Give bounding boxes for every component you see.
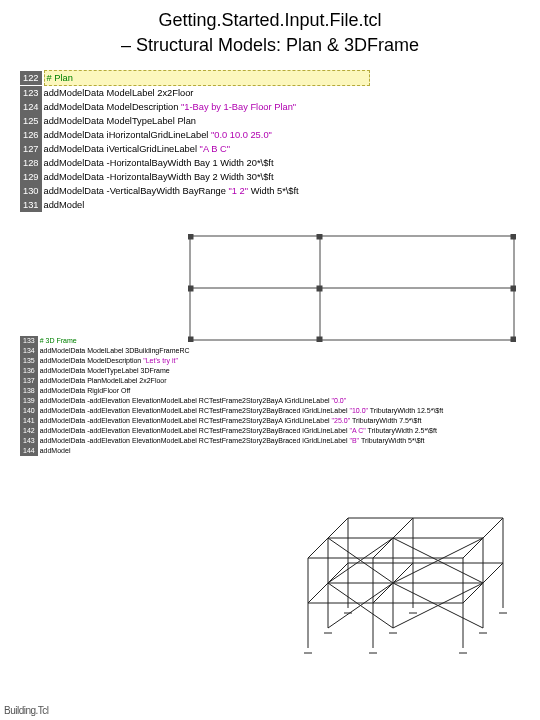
svg-rect-10 bbox=[317, 337, 322, 342]
code-line: 136addModelData ModelTypeLabel 3DFrame bbox=[20, 366, 540, 376]
code-line: 140addModelData -addElevation ElevationM… bbox=[20, 406, 540, 416]
code-line: 124addModelData ModelDescription "1-Bay … bbox=[20, 100, 540, 114]
slide-title: Getting.Started.Input.File.tcl bbox=[20, 10, 520, 31]
code-line: 141addModelData -addElevation ElevationM… bbox=[20, 416, 540, 426]
svg-rect-8 bbox=[511, 286, 516, 291]
code-line: 144addModel bbox=[20, 446, 540, 456]
code-line: 131addModel bbox=[20, 198, 540, 212]
line-number: 127 bbox=[20, 142, 42, 156]
code-line: 135addModelData ModelDescription "Let's … bbox=[20, 356, 540, 366]
line-number: 124 bbox=[20, 100, 42, 114]
line-number: 129 bbox=[20, 170, 42, 184]
svg-rect-6 bbox=[188, 286, 193, 291]
code-block-plan: 122# Plan123addModelData ModelLabel 2x2F… bbox=[20, 70, 540, 212]
code-line: 128addModelData -HorizontalBayWidth Bay … bbox=[20, 156, 540, 170]
svg-rect-7 bbox=[317, 286, 322, 291]
line-number: 139 bbox=[20, 396, 38, 406]
line-number: 134 bbox=[20, 346, 38, 356]
line-number: 144 bbox=[20, 446, 38, 456]
svg-rect-5 bbox=[511, 234, 516, 239]
svg-rect-3 bbox=[188, 234, 193, 239]
footer-label: Building.Tcl bbox=[4, 705, 49, 716]
code-line: 129addModelData -HorizontalBayWidth Bay … bbox=[20, 170, 540, 184]
line-number: 141 bbox=[20, 416, 38, 426]
line-number: 128 bbox=[20, 156, 42, 170]
code-line: 134addModelData ModelLabel 3DBuildingFra… bbox=[20, 346, 540, 356]
svg-rect-11 bbox=[511, 337, 516, 342]
slide-subtitle: – Structural Models: Plan & 3DFrame bbox=[20, 35, 520, 56]
line-number: 131 bbox=[20, 198, 42, 212]
line-number: 137 bbox=[20, 376, 38, 386]
line-number: 125 bbox=[20, 114, 42, 128]
code-line: 125addModelData ModelTypeLabel Plan bbox=[20, 114, 540, 128]
code-line: 127addModelData iVerticalGridLineLabel "… bbox=[20, 142, 540, 156]
code-line: 122# Plan bbox=[20, 70, 540, 86]
line-number: 142 bbox=[20, 426, 38, 436]
line-number: 126 bbox=[20, 128, 42, 142]
line-number: 130 bbox=[20, 184, 42, 198]
code-block-3dframe: 133# 3D Frame134addModelData ModelLabel … bbox=[20, 336, 540, 456]
svg-rect-9 bbox=[188, 337, 193, 342]
svg-rect-4 bbox=[317, 234, 322, 239]
line-number: 136 bbox=[20, 366, 38, 376]
frame-3d-diagram bbox=[278, 498, 508, 668]
code-line: 123addModelData ModelLabel 2x2Floor bbox=[20, 86, 540, 100]
code-line: 137addModelData PlanModelLabel 2x2Floor bbox=[20, 376, 540, 386]
code-line: 130addModelData -VerticalBayWidth BayRan… bbox=[20, 184, 540, 198]
plan-diagram bbox=[188, 234, 516, 342]
line-number: 122 bbox=[20, 71, 42, 85]
line-number: 138 bbox=[20, 386, 38, 396]
line-number: 133 bbox=[20, 336, 38, 346]
code-line: 143addModelData -addElevation ElevationM… bbox=[20, 436, 540, 446]
line-number: 135 bbox=[20, 356, 38, 366]
code-line: 138addModelData RigidFloor Off bbox=[20, 386, 540, 396]
line-number: 123 bbox=[20, 86, 42, 100]
code-line: 139addModelData -addElevation ElevationM… bbox=[20, 396, 540, 406]
line-number: 140 bbox=[20, 406, 38, 416]
code-line: 142addModelData -addElevation ElevationM… bbox=[20, 426, 540, 436]
line-number: 143 bbox=[20, 436, 38, 446]
code-line: 126addModelData iHorizontalGridLineLabel… bbox=[20, 128, 540, 142]
